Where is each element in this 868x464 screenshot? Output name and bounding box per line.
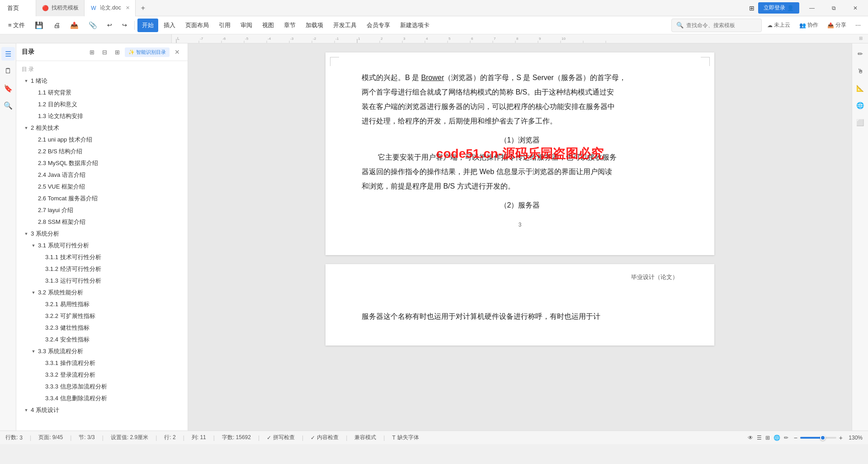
zoom-level[interactable]: 130% <box>845 435 863 441</box>
right-icon-cursor[interactable]: 🖱 <box>854 64 867 78</box>
grid-view-icon[interactable]: ⊞ <box>749 5 755 12</box>
menu-share-icon[interactable]: 📎 <box>84 19 102 32</box>
menu-undo[interactable]: ↩ <box>103 19 117 32</box>
menu-chapter[interactable]: 章节 <box>279 19 300 32</box>
minimize-button[interactable]: — <box>803 0 821 16</box>
menu-export-icon[interactable]: 📤 <box>66 19 83 32</box>
toc-item-toggle[interactable]: ▼ <box>24 78 29 84</box>
left-icon-home[interactable]: ☰ <box>1 47 15 61</box>
sidebar-expand-btn[interactable]: ⊞ <box>87 47 97 57</box>
toc-item-toggle[interactable]: ▼ <box>24 125 29 131</box>
toc-item-toggle[interactable]: ▼ <box>31 349 36 354</box>
toc-item[interactable]: 2.8 SSM 框架介绍 <box>16 216 188 228</box>
toc-item[interactable]: 2.2 B/S 结构介绍 <box>16 146 188 157</box>
cloud-status[interactable]: ☁ 未上云 <box>764 19 794 31</box>
toc-item[interactable]: 2.5 VUE 框架介绍 <box>16 181 188 193</box>
toc-item[interactable]: 2.4 Java 语言介绍 <box>16 169 188 181</box>
menu-view[interactable]: 视图 <box>258 19 278 32</box>
close-button[interactable]: ✕ <box>846 0 864 16</box>
toc-item[interactable]: 1.3 论文结构安排 <box>16 110 188 122</box>
toc-item[interactable]: ▼3.1 系统可行性分析 <box>16 240 188 251</box>
menu-review[interactable]: 审阅 <box>236 19 257 32</box>
toc-item-toggle[interactable]: ▼ <box>31 290 36 295</box>
menu-insert[interactable]: 插入 <box>159 19 180 32</box>
toc-item[interactable]: 3.1.1 技术可行性分析 <box>16 251 188 263</box>
left-icon-search[interactable]: 🔍 <box>1 99 15 112</box>
zoom-slider[interactable] <box>800 437 836 439</box>
sidebar-grid-btn[interactable]: ⊞ <box>112 47 122 57</box>
toc-item[interactable]: 1.1 研究背景 <box>16 87 188 99</box>
toc-item[interactable]: 2.6 Tomcat 服务器介绍 <box>16 193 188 204</box>
right-icon-pen[interactable]: ✏ <box>854 47 867 61</box>
toc-item-toggle[interactable]: ▼ <box>24 407 29 413</box>
share-icon: 📤 <box>827 22 834 28</box>
toc-item-toggle[interactable]: ▼ <box>31 243 36 248</box>
add-tab-button[interactable]: + <box>136 0 151 16</box>
status-spell[interactable]: ✓ 拼写检查 <box>267 434 295 441</box>
view-icon-list[interactable]: ☰ <box>757 435 762 441</box>
status-content-icon: ✓ <box>311 435 315 441</box>
doc-tab-close[interactable]: ✕ <box>126 5 130 11</box>
left-icon-doc[interactable]: 🗒 <box>1 64 15 78</box>
sidebar-close-btn[interactable]: ✕ <box>172 47 182 57</box>
toc-item[interactable]: 2.3 MySQL 数据库介绍 <box>16 157 188 169</box>
view-icon-edit[interactable]: ✏ <box>784 435 788 441</box>
toc-item[interactable]: 3.2.2 可扩展性指标 <box>16 310 188 322</box>
ai-recognize-button[interactable]: ✨ 智能识别目录 <box>125 47 170 57</box>
toc-item[interactable]: 2.1 uni app 技术介绍 <box>16 134 188 146</box>
status-content[interactable]: ✓ 内容检查 <box>311 434 339 441</box>
collab-button[interactable]: 👥 协作 <box>796 19 822 31</box>
tab-doc[interactable]: W 论文.doc ✕ <box>85 0 136 16</box>
left-icon-bookmark[interactable]: 🔖 <box>1 81 15 95</box>
toc-item[interactable]: 3.3.3 信息添加流程分析 <box>16 381 188 393</box>
toc-item[interactable]: 3.3.1 操作流程分析 <box>16 357 188 369</box>
menu-member[interactable]: 会员专享 <box>362 19 395 32</box>
zoom-plus[interactable]: + <box>839 434 843 441</box>
right-icon-box[interactable]: ⬜ <box>854 116 867 129</box>
right-icon-ruler[interactable]: 📐 <box>854 81 867 95</box>
zoom-minus[interactable]: − <box>794 434 797 441</box>
menu-new-tab[interactable]: 新建选项卡 <box>396 19 434 32</box>
toc-item[interactable]: 2.7 layui 介绍 <box>16 204 188 216</box>
toc-item[interactable]: 3.2.4 安全性指标 <box>16 334 188 346</box>
toc-item[interactable]: 3.3.4 信息删除流程分析 <box>16 393 188 404</box>
more-button[interactable]: ⋯ <box>852 20 864 30</box>
menu-ref[interactable]: 引用 <box>214 19 235 32</box>
view-icon-grid[interactable]: ⊞ <box>765 435 770 441</box>
menu-search-input[interactable] <box>686 22 757 28</box>
menu-save-icon[interactable]: 💾 <box>30 19 48 32</box>
view-icon-globe[interactable]: 🌐 <box>774 435 780 441</box>
login-button[interactable]: 立即登录 👤 <box>758 2 799 14</box>
menu-redo[interactable]: ↪ <box>118 19 132 32</box>
toc-item[interactable]: 1.2 目的和意义 <box>16 99 188 110</box>
toc-item[interactable]: 3.1.3 运行可行性分析 <box>16 275 188 287</box>
menu-addons[interactable]: 加载项 <box>301 19 328 32</box>
toc-item[interactable]: 3.2.1 易用性指标 <box>16 298 188 310</box>
right-icon-globe[interactable]: 🌐 <box>854 99 867 112</box>
status-font-icon: T <box>392 435 395 441</box>
menu-dev[interactable]: 开发工具 <box>329 19 361 32</box>
menu-search-box[interactable]: 🔍 <box>671 19 762 32</box>
toc-item-toggle[interactable]: ▼ <box>24 231 29 237</box>
toc-item[interactable]: 3.1.2 经济可行性分析 <box>16 263 188 275</box>
sidebar-collapse-btn[interactable]: ⊟ <box>99 47 109 57</box>
toc-item[interactable]: 3.3.2 登录流程分析 <box>16 369 188 381</box>
toc-item[interactable]: ▼2 相关技术 <box>16 122 188 134</box>
toc-item[interactable]: ▼3.3 系统流程分析 <box>16 346 188 357</box>
menu-start[interactable]: 开始 <box>137 19 158 32</box>
toc-item[interactable]: ▼1 绪论 <box>16 75 188 87</box>
toc-item[interactable]: ▼4 系统设计 <box>16 404 188 416</box>
toc-item-label: 3.2.4 安全性指标 <box>45 336 90 344</box>
view-icon-eye[interactable]: 👁 <box>748 435 753 441</box>
tab-template[interactable]: 🔴 找稻壳模板 <box>36 0 85 16</box>
document-area[interactable]: 模式的兴起。B 是 Brower（浏览器）的首字母，S 是 Server（服务器… <box>188 43 852 431</box>
toc-item[interactable]: 3.2.3 健壮性指标 <box>16 322 188 334</box>
menu-layout[interactable]: 页面布局 <box>181 19 213 32</box>
menu-print-icon[interactable]: 🖨 <box>49 19 65 32</box>
toc-item[interactable]: ▼3 系统分析 <box>16 228 188 240</box>
share-button[interactable]: 📤 分享 <box>824 19 850 31</box>
maximize-button[interactable]: ⧉ <box>825 0 843 16</box>
tab-home[interactable]: 首页 <box>0 0 36 16</box>
menu-file[interactable]: ≡ 文件 <box>4 19 29 32</box>
toc-item[interactable]: ▼3.2 系统性能分析 <box>16 287 188 298</box>
